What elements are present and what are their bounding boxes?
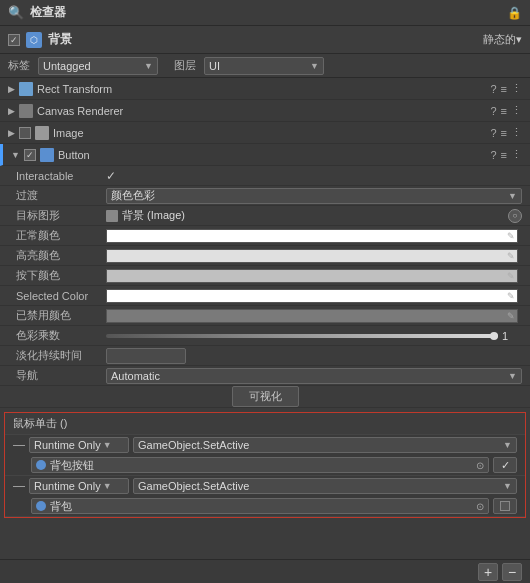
inspector-icon: 🔍: [8, 5, 24, 20]
event-item-0-method-arrow: ▼: [503, 440, 512, 450]
event-item-1-method-dropdown[interactable]: GameObject.SetActive ▼: [133, 478, 517, 494]
highlight-color-picker-icon[interactable]: ✎: [507, 251, 515, 261]
disabled-color-field[interactable]: ✎: [106, 309, 518, 323]
normal-color-field[interactable]: ✎: [106, 229, 518, 243]
image-settings-icon[interactable]: ≡: [501, 127, 507, 139]
image-row: ▶ Image ? ≡ ⋮: [0, 122, 530, 144]
transition-label: 过渡: [16, 188, 106, 203]
event-item-0-obj-name: 背包按钮: [50, 458, 94, 473]
pressed-color-field[interactable]: ✎: [106, 269, 518, 283]
interactable-value: ✓: [106, 169, 522, 183]
selected-color-field[interactable]: ✎: [106, 289, 518, 303]
navigation-row: 导航 Automatic ▼: [0, 366, 530, 386]
title-bar: 🔍 检查器 🔒: [0, 0, 530, 26]
mouse-click-section: 鼠标单击 () — Runtime Only ▼ GameObject.SetA…: [4, 412, 526, 518]
selected-color-row: Selected Color ✎: [0, 286, 530, 306]
image-menu-icon[interactable]: ⋮: [511, 126, 522, 139]
normal-color-row: 正常颜色 ✎: [0, 226, 530, 246]
layer-dropdown[interactable]: UI ▼: [204, 57, 324, 75]
event-item-1-object-field[interactable]: 背包 ⊙: [31, 498, 489, 514]
highlight-color-field[interactable]: ✎: [106, 249, 518, 263]
normal-color-picker-icon[interactable]: ✎: [507, 231, 515, 241]
disabled-color-picker-icon[interactable]: ✎: [507, 311, 515, 321]
layer-value: UI: [209, 60, 220, 72]
event-item-0-minus-icon[interactable]: —: [13, 438, 25, 452]
rect-menu-icon[interactable]: ⋮: [511, 82, 522, 95]
target-graphic-value: 背景 (Image) ○: [106, 208, 522, 223]
event-item-0-runtime-dropdown[interactable]: Runtime Only ▼: [29, 437, 129, 453]
slider-thumb[interactable]: [490, 332, 498, 340]
tag-dropdown[interactable]: Untagged ▼: [38, 57, 158, 75]
interactable-check[interactable]: ✓: [106, 169, 116, 183]
event-item-0-object-field[interactable]: 背包按钮 ⊙: [31, 457, 489, 473]
normal-color-value: ✎: [106, 229, 522, 243]
button-icons: ? ≡ ⋮: [490, 148, 522, 161]
color-multiplier-slider[interactable]: 1: [106, 330, 522, 342]
slider-value-label: 1: [502, 330, 522, 342]
button-menu-icon[interactable]: ⋮: [511, 148, 522, 161]
transition-dropdown[interactable]: 颜色色彩 ▼: [106, 188, 522, 204]
event-item-1-runtime-dropdown[interactable]: Runtime Only ▼: [29, 478, 129, 494]
event-item-0-param-field[interactable]: ✓: [493, 457, 517, 473]
event-item-1: — Runtime Only ▼ GameObject.SetActive ▼ …: [5, 476, 525, 517]
transition-row: 过渡 颜色色彩 ▼: [0, 186, 530, 206]
target-graphic-select-btn[interactable]: ○: [508, 209, 522, 223]
object-header-left: ✓ ⬡ 背景: [8, 31, 483, 48]
remove-component-button[interactable]: −: [502, 563, 522, 581]
event-item-0-row1: — Runtime Only ▼ GameObject.SetActive ▼: [5, 435, 525, 455]
static-toggle[interactable]: 静态的▾: [483, 32, 522, 47]
transition-value: 颜色色彩 ▼: [106, 188, 522, 204]
canvas-icon: [19, 104, 33, 118]
event-item-0-circle-btn[interactable]: ⊙: [476, 460, 484, 471]
button-enable-toggle[interactable]: ✓: [24, 149, 36, 161]
bottom-toolbar: + −: [0, 559, 530, 583]
button-settings-icon[interactable]: ≡: [501, 149, 507, 161]
button-icon: [40, 148, 54, 162]
selected-color-picker-icon[interactable]: ✎: [507, 291, 515, 301]
transition-text: 颜色色彩: [111, 188, 155, 203]
tag-label: 标签: [8, 58, 30, 73]
canvas-menu-icon[interactable]: ⋮: [511, 104, 522, 117]
canvas-toggle-icon[interactable]: ▶: [8, 106, 15, 116]
navigation-dropdown[interactable]: Automatic ▼: [106, 368, 522, 384]
image-help-icon[interactable]: ?: [490, 127, 496, 139]
target-graphic-field[interactable]: 背景 (Image) ○: [106, 208, 522, 223]
navigation-arrow-icon: ▼: [508, 371, 517, 381]
color-multiplier-value: 1: [106, 330, 522, 342]
event-item-1-circle-btn[interactable]: ⊙: [476, 501, 484, 512]
target-graphic-row: 目标图形 背景 (Image) ○: [0, 206, 530, 226]
disabled-color-label: 已禁用颜色: [16, 308, 106, 323]
rect-help-icon[interactable]: ?: [490, 83, 496, 95]
visualize-button[interactable]: 可视化: [232, 386, 299, 407]
event-header: 鼠标单击 (): [5, 413, 525, 435]
fade-duration-input[interactable]: 0.1: [106, 348, 186, 364]
event-item-1-minus-icon[interactable]: —: [13, 479, 25, 493]
image-toggle-icon[interactable]: ▶: [8, 128, 15, 138]
button-properties: Interactable ✓ 过渡 颜色色彩 ▼ 目标图形 背景 (Image)…: [0, 166, 530, 408]
highlight-color-row: 高亮颜色 ✎: [0, 246, 530, 266]
event-item-0-method-text: GameObject.SetActive: [138, 439, 249, 451]
pressed-color-picker-icon[interactable]: ✎: [507, 271, 515, 281]
canvas-settings-icon[interactable]: ≡: [501, 105, 507, 117]
image-icons: ? ≡ ⋮: [490, 126, 522, 139]
button-toggle-icon[interactable]: ▼: [11, 150, 20, 160]
active-toggle[interactable]: ✓: [8, 34, 20, 46]
rect-transform-row: ▶ Rect Transform ? ≡ ⋮: [0, 78, 530, 100]
event-item-1-runtime-arrow: ▼: [103, 481, 112, 491]
canvas-help-icon[interactable]: ?: [490, 105, 496, 117]
event-item-0-method-dropdown[interactable]: GameObject.SetActive ▼: [133, 437, 517, 453]
button-label: Button: [58, 149, 491, 161]
object-name[interactable]: 背景: [48, 31, 72, 48]
slider-track[interactable]: [106, 334, 498, 338]
add-component-button[interactable]: +: [478, 563, 498, 581]
rect-toggle-icon[interactable]: ▶: [8, 84, 15, 94]
image-enable-toggle[interactable]: [19, 127, 31, 139]
pressed-color-label: 按下颜色: [16, 268, 106, 283]
lock-icon[interactable]: 🔒: [507, 6, 522, 20]
event-item-1-param-field[interactable]: [493, 498, 517, 514]
object-header: ✓ ⬡ 背景 静态的▾: [0, 26, 530, 54]
pressed-color-value: ✎: [106, 269, 522, 283]
rect-settings-icon[interactable]: ≡: [501, 83, 507, 95]
title-label: 检查器: [30, 4, 66, 21]
button-help-icon[interactable]: ?: [490, 149, 496, 161]
